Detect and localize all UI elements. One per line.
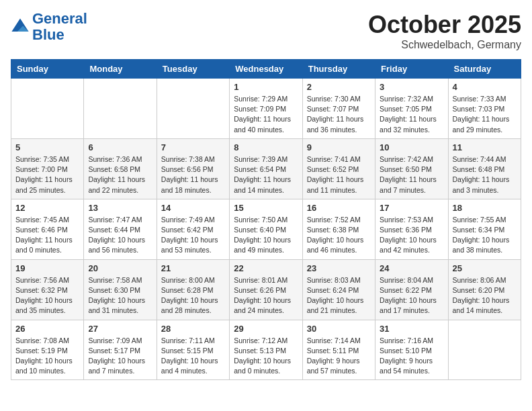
- logo-icon: [11, 17, 30, 36]
- day-number: 23: [307, 263, 371, 273]
- day-number: 9: [307, 142, 371, 152]
- location: Schwedelbach, Germany: [368, 39, 521, 51]
- day-info: Sunrise: 8:03 AM Sunset: 6:24 PM Dayligh…: [307, 275, 371, 316]
- day-number: 17: [380, 203, 443, 213]
- calendar-cell: 12Sunrise: 7:45 AM Sunset: 6:46 PM Dayli…: [11, 199, 84, 259]
- calendar-cell: 11Sunrise: 7:44 AM Sunset: 6:48 PM Dayli…: [448, 138, 521, 199]
- day-number: 29: [234, 324, 298, 334]
- day-info: Sunrise: 7:44 AM Sunset: 6:48 PM Dayligh…: [453, 154, 517, 195]
- weekday-header-row: SundayMondayTuesdayWednesdayThursdayFrid…: [11, 60, 521, 79]
- day-number: 6: [88, 142, 152, 152]
- weekday-header-tuesday: Tuesday: [157, 60, 229, 79]
- day-number: 10: [380, 142, 443, 152]
- calendar-cell: 8Sunrise: 7:39 AM Sunset: 6:54 PM Daylig…: [230, 138, 302, 199]
- day-info: Sunrise: 7:16 AM Sunset: 5:10 PM Dayligh…: [380, 336, 443, 377]
- day-info: Sunrise: 7:08 AM Sunset: 5:19 PM Dayligh…: [15, 336, 79, 377]
- calendar-cell: 25Sunrise: 8:06 AM Sunset: 6:20 PM Dayli…: [448, 259, 521, 320]
- logo-line2: Blue: [32, 26, 64, 43]
- day-info: Sunrise: 7:52 AM Sunset: 6:38 PM Dayligh…: [307, 215, 371, 256]
- calendar-cell: 26Sunrise: 7:08 AM Sunset: 5:19 PM Dayli…: [11, 320, 84, 380]
- day-info: Sunrise: 7:55 AM Sunset: 6:34 PM Dayligh…: [453, 215, 517, 256]
- weekday-header-thursday: Thursday: [302, 60, 375, 79]
- calendar-cell: 17Sunrise: 7:53 AM Sunset: 6:36 PM Dayli…: [375, 199, 448, 259]
- calendar-cell: [157, 79, 229, 139]
- day-number: 1: [234, 82, 298, 92]
- day-info: Sunrise: 7:35 AM Sunset: 7:00 PM Dayligh…: [15, 154, 79, 195]
- calendar-cell: 19Sunrise: 7:56 AM Sunset: 6:32 PM Dayli…: [11, 259, 84, 320]
- day-number: 15: [234, 203, 298, 213]
- day-info: Sunrise: 7:30 AM Sunset: 7:07 PM Dayligh…: [307, 94, 371, 135]
- calendar-cell: 4Sunrise: 7:33 AM Sunset: 7:03 PM Daylig…: [448, 79, 521, 139]
- day-info: Sunrise: 7:14 AM Sunset: 5:11 PM Dayligh…: [307, 336, 371, 377]
- calendar-cell: 9Sunrise: 7:41 AM Sunset: 6:52 PM Daylig…: [302, 138, 375, 199]
- day-number: 30: [307, 324, 371, 334]
- day-info: Sunrise: 7:12 AM Sunset: 5:13 PM Dayligh…: [234, 336, 298, 377]
- logo: General Blue: [11, 11, 87, 43]
- weekday-header-sunday: Sunday: [11, 60, 84, 79]
- weekday-header-friday: Friday: [375, 60, 448, 79]
- calendar-cell: 28Sunrise: 7:11 AM Sunset: 5:15 PM Dayli…: [157, 320, 229, 380]
- day-number: 13: [88, 203, 152, 213]
- calendar-cell: [11, 79, 84, 139]
- calendar-cell: 3Sunrise: 7:32 AM Sunset: 7:05 PM Daylig…: [375, 79, 448, 139]
- calendar-cell: 29Sunrise: 7:12 AM Sunset: 5:13 PM Dayli…: [230, 320, 302, 380]
- title-block: October 2025 Schwedelbach, Germany: [368, 11, 521, 51]
- calendar-cell: 5Sunrise: 7:35 AM Sunset: 7:00 PM Daylig…: [11, 138, 84, 199]
- day-info: Sunrise: 8:04 AM Sunset: 6:22 PM Dayligh…: [380, 275, 443, 316]
- day-number: 3: [380, 82, 443, 92]
- day-number: 22: [234, 263, 298, 273]
- weekday-header-monday: Monday: [84, 60, 157, 79]
- day-number: 4: [453, 82, 517, 92]
- page-header: General Blue October 2025 Schwedelbach, …: [11, 11, 521, 51]
- calendar-cell: [448, 320, 521, 380]
- week-row-1: 1Sunrise: 7:29 AM Sunset: 7:09 PM Daylig…: [11, 79, 521, 139]
- day-info: Sunrise: 8:06 AM Sunset: 6:20 PM Dayligh…: [453, 275, 517, 316]
- calendar-cell: 31Sunrise: 7:16 AM Sunset: 5:10 PM Dayli…: [375, 320, 448, 380]
- day-number: 19: [15, 263, 79, 273]
- day-number: 5: [15, 142, 79, 152]
- calendar-cell: 16Sunrise: 7:52 AM Sunset: 6:38 PM Dayli…: [302, 199, 375, 259]
- day-info: Sunrise: 7:29 AM Sunset: 7:09 PM Dayligh…: [234, 94, 298, 135]
- calendar-cell: 1Sunrise: 7:29 AM Sunset: 7:09 PM Daylig…: [230, 79, 302, 139]
- day-number: 26: [15, 324, 79, 334]
- day-number: 11: [453, 142, 517, 152]
- month-title: October 2025: [368, 11, 521, 39]
- day-number: 12: [15, 203, 79, 213]
- calendar-cell: 20Sunrise: 7:58 AM Sunset: 6:30 PM Dayli…: [84, 259, 157, 320]
- calendar-table: SundayMondayTuesdayWednesdayThursdayFrid…: [11, 59, 521, 380]
- week-row-4: 19Sunrise: 7:56 AM Sunset: 6:32 PM Dayli…: [11, 259, 521, 320]
- day-info: Sunrise: 7:38 AM Sunset: 6:56 PM Dayligh…: [161, 154, 225, 195]
- day-number: 31: [380, 324, 443, 334]
- day-info: Sunrise: 8:01 AM Sunset: 6:26 PM Dayligh…: [234, 275, 298, 316]
- day-info: Sunrise: 7:33 AM Sunset: 7:03 PM Dayligh…: [453, 94, 517, 135]
- day-info: Sunrise: 8:00 AM Sunset: 6:28 PM Dayligh…: [161, 275, 225, 316]
- day-info: Sunrise: 7:53 AM Sunset: 6:36 PM Dayligh…: [380, 215, 443, 256]
- day-number: 20: [88, 263, 152, 273]
- day-info: Sunrise: 7:49 AM Sunset: 6:42 PM Dayligh…: [161, 215, 225, 256]
- calendar-cell: 18Sunrise: 7:55 AM Sunset: 6:34 PM Dayli…: [448, 199, 521, 259]
- day-number: 27: [88, 324, 152, 334]
- calendar-cell: 6Sunrise: 7:36 AM Sunset: 6:58 PM Daylig…: [84, 138, 157, 199]
- day-info: Sunrise: 7:42 AM Sunset: 6:50 PM Dayligh…: [380, 154, 443, 195]
- day-number: 14: [161, 203, 225, 213]
- day-info: Sunrise: 7:39 AM Sunset: 6:54 PM Dayligh…: [234, 154, 298, 195]
- calendar-cell: 22Sunrise: 8:01 AM Sunset: 6:26 PM Dayli…: [230, 259, 302, 320]
- week-row-2: 5Sunrise: 7:35 AM Sunset: 7:00 PM Daylig…: [11, 138, 521, 199]
- weekday-header-saturday: Saturday: [448, 60, 521, 79]
- calendar-cell: [84, 79, 157, 139]
- calendar-cell: 23Sunrise: 8:03 AM Sunset: 6:24 PM Dayli…: [302, 259, 375, 320]
- day-number: 7: [161, 142, 225, 152]
- calendar-cell: 14Sunrise: 7:49 AM Sunset: 6:42 PM Dayli…: [157, 199, 229, 259]
- logo-line1: General: [32, 10, 87, 27]
- day-info: Sunrise: 7:47 AM Sunset: 6:44 PM Dayligh…: [88, 215, 152, 256]
- weekday-header-wednesday: Wednesday: [230, 60, 302, 79]
- day-info: Sunrise: 7:45 AM Sunset: 6:46 PM Dayligh…: [15, 215, 79, 256]
- calendar-cell: 2Sunrise: 7:30 AM Sunset: 7:07 PM Daylig…: [302, 79, 375, 139]
- calendar-cell: 7Sunrise: 7:38 AM Sunset: 6:56 PM Daylig…: [157, 138, 229, 199]
- day-info: Sunrise: 7:50 AM Sunset: 6:40 PM Dayligh…: [234, 215, 298, 256]
- day-info: Sunrise: 7:58 AM Sunset: 6:30 PM Dayligh…: [88, 275, 152, 316]
- calendar-cell: 30Sunrise: 7:14 AM Sunset: 5:11 PM Dayli…: [302, 320, 375, 380]
- day-info: Sunrise: 7:36 AM Sunset: 6:58 PM Dayligh…: [88, 154, 152, 195]
- week-row-3: 12Sunrise: 7:45 AM Sunset: 6:46 PM Dayli…: [11, 199, 521, 259]
- day-number: 16: [307, 203, 371, 213]
